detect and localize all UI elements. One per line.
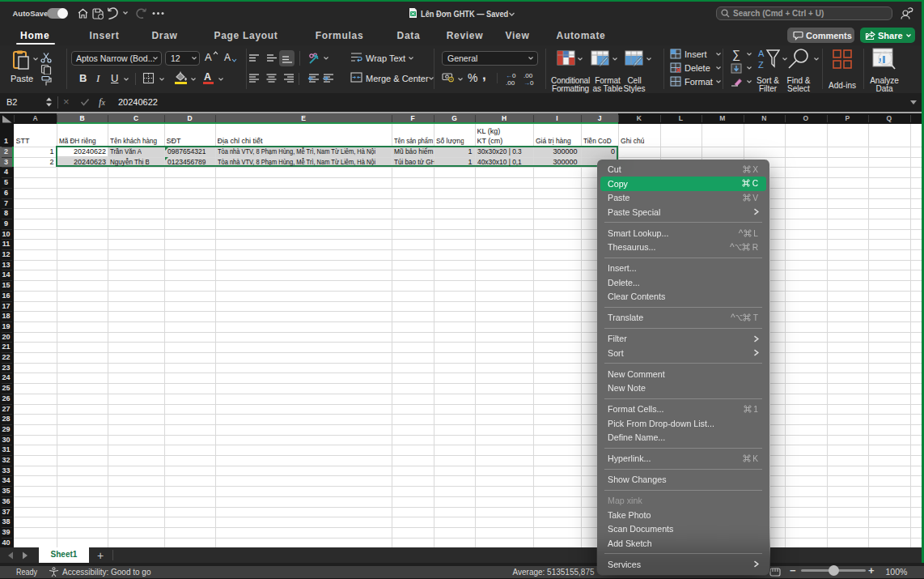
svg-text:A: A [758, 49, 765, 58]
svg-text:Z: Z [758, 60, 764, 70]
